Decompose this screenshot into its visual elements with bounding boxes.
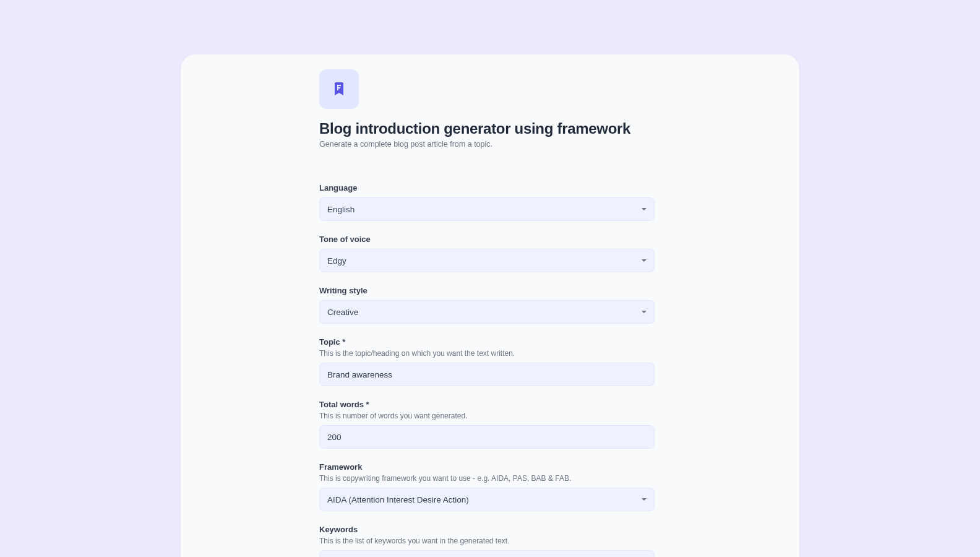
language-group: Language English bbox=[319, 183, 631, 221]
framework-label: Framework bbox=[319, 462, 631, 472]
keywords-description: This is the list of keywords you want in… bbox=[319, 537, 631, 545]
style-value: Creative bbox=[327, 308, 358, 317]
topic-group: Topic * This is the topic/heading on whi… bbox=[319, 337, 631, 386]
topic-input[interactable] bbox=[319, 363, 655, 386]
keywords-input[interactable] bbox=[319, 550, 655, 557]
chevron-down-icon bbox=[642, 311, 647, 313]
total-words-label: Total words * bbox=[319, 400, 631, 409]
framework-group: Framework This is copywriting framework … bbox=[319, 462, 631, 511]
page-subtitle: Generate a complete blog post article fr… bbox=[319, 140, 631, 149]
language-value: English bbox=[327, 205, 355, 214]
form-card: Blog introduction generator using framew… bbox=[181, 54, 799, 557]
tone-group: Tone of voice Edgy bbox=[319, 235, 631, 272]
style-label: Writing style bbox=[319, 286, 631, 295]
style-select[interactable]: Creative bbox=[319, 300, 655, 324]
tone-value: Edgy bbox=[327, 256, 346, 266]
tone-label: Tone of voice bbox=[319, 235, 631, 244]
chevron-down-icon bbox=[642, 259, 647, 262]
framework-value: AIDA (Attention Interest Desire Action) bbox=[327, 495, 469, 504]
framework-description: This is copywriting framework you want t… bbox=[319, 474, 631, 483]
total-words-description: This is number of words you want generat… bbox=[319, 412, 631, 420]
page-title: Blog introduction generator using framew… bbox=[319, 120, 631, 137]
style-group: Writing style Creative bbox=[319, 286, 631, 324]
total-words-input[interactable] bbox=[319, 425, 655, 449]
total-words-group: Total words * This is number of words yo… bbox=[319, 400, 631, 449]
app-icon-box bbox=[319, 69, 359, 109]
topic-description: This is the topic/heading on which you w… bbox=[319, 349, 631, 358]
chevron-down-icon bbox=[642, 208, 647, 210]
keywords-group: Keywords This is the list of keywords yo… bbox=[319, 525, 631, 557]
framework-select[interactable]: AIDA (Attention Interest Desire Action) bbox=[319, 488, 655, 511]
topic-label: Topic * bbox=[319, 337, 631, 347]
keywords-label: Keywords bbox=[319, 525, 631, 534]
bookmark-f-icon bbox=[332, 82, 346, 97]
chevron-down-icon bbox=[642, 498, 647, 501]
tone-select[interactable]: Edgy bbox=[319, 249, 655, 272]
language-label: Language bbox=[319, 183, 631, 192]
language-select[interactable]: English bbox=[319, 197, 655, 221]
